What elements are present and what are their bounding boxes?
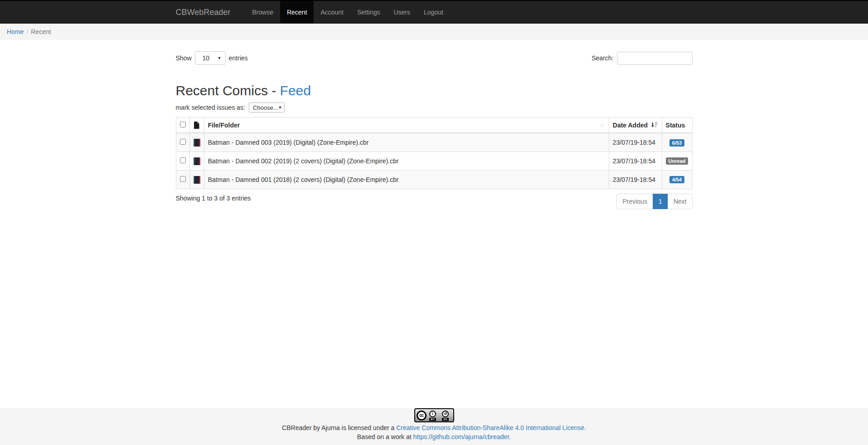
search-label: Search: [592,54,613,62]
file-name[interactable]: Batman - Damned 002 (2019) (2 covers) (D… [204,152,609,171]
entries-per-page-select[interactable]: 10 ▼ [195,51,226,65]
page-title: Recent Comics - Feed [176,83,693,98]
main-nav: Browse Recent Account Settings Users Log… [245,1,450,24]
column-header-status-label: Status [666,122,685,129]
pagination-next-button[interactable]: Next [668,194,693,209]
caret-down-icon: ▼ [278,105,282,110]
file-icon [194,121,199,128]
table-body: Batman - Damned 003 (2019) (Digital) (Zo… [176,133,692,189]
brand-logo[interactable]: CBWebReader [176,1,231,24]
status-badge: 4/54 [669,176,684,183]
column-header-date-label: Date Added [613,122,648,129]
cc-sa-group: ↺ SA [439,411,452,421]
column-header-status[interactable]: Status [662,117,692,133]
footer: cc i BY ↺ SA CBReader by Ajurna is licen… [0,408,868,445]
date-added: 23/07/19-18:54 [609,170,662,189]
status-badge: 6/53 [669,139,684,147]
nav-item-recent[interactable]: Recent [280,1,314,24]
table-length-control: Show 10 ▼ entries [176,51,248,65]
nav-item-browse[interactable]: Browse [245,1,280,24]
cc-license-link[interactable]: Creative Commons Attribution-ShareAlike … [396,424,586,431]
entries-per-page-value: 10 [199,54,210,62]
column-header-date[interactable]: Date Added [609,117,662,133]
breadcrumb: Home/Recent [0,24,868,40]
nav-item-logout[interactable]: Logout [417,1,450,24]
table-info: Showing 1 to 3 of 3 entries [176,189,251,202]
search-input[interactable] [617,52,693,65]
source-line: Based on a work at https://github.com/aj… [0,433,868,440]
page-title-text: Recent Comics - [176,83,280,98]
source-text: Based on a work at [357,433,413,440]
cc-by-icon: i [429,411,436,417]
file-name[interactable]: Batman - Damned 003 (2019) (Digital) (Zo… [204,133,609,152]
table-row: Batman - Damned 002 (2019) (2 covers) (D… [176,152,692,171]
date-added: 23/07/19-18:54 [609,152,662,171]
book-icon [194,139,200,147]
entries-label: entries [229,54,248,62]
feed-link[interactable]: Feed [280,83,311,98]
cc-by-group: i BY [427,411,439,421]
mark-selected-control: mark selected issues as: Choose... ▼ [176,103,693,112]
date-added: 23/07/19-18:54 [609,133,662,152]
sort-desc-icon [651,122,658,128]
cc-sa-icon: ↺ [442,411,449,417]
sort-icon: ↓↑ [600,122,603,128]
row-checkbox[interactable] [180,176,186,182]
pagination: Previous 1 Next [616,194,692,209]
book-icon [194,176,200,184]
breadcrumb-current: Recent [31,28,51,35]
github-link[interactable]: https://github.com/ajurna/cbreader. [413,433,511,440]
select-all-header [176,117,189,133]
cc-sa-label: SA [442,418,448,421]
navbar: CBWebReader Browse Recent Account Settin… [0,1,868,24]
pagination-previous-button[interactable]: Previous [616,194,653,209]
table-row: Batman - Damned 003 (2019) (Digital) (Zo… [176,133,692,152]
nav-item-settings[interactable]: Settings [350,1,387,24]
row-checkbox[interactable] [180,157,186,163]
caret-down-icon: ▼ [218,56,222,60]
mark-selected-label: mark selected issues as: [176,104,245,111]
column-header-file-label: File/Folder [208,122,240,129]
mark-selected-select[interactable]: Choose... ▼ [249,103,285,112]
table-row: Batman - Damned 001 (2018) (2 covers) (D… [176,170,692,189]
file-type-header [189,117,204,133]
license-line: CBReader by Ajurna is licensed under a C… [0,424,868,431]
cc-license-badge[interactable]: cc i BY ↺ SA [414,408,454,422]
row-checkbox[interactable] [180,139,186,145]
file-name[interactable]: Batman - Damned 001 (2018) (2 covers) (D… [204,170,609,189]
breadcrumb-home-link[interactable]: Home [7,28,24,35]
book-icon [194,157,200,165]
column-header-file[interactable]: File/Folder ↓↑ [204,117,609,133]
pagination-page-1-button[interactable]: 1 [653,194,668,209]
status-badge: Unread [666,157,689,165]
recent-comics-table: File/Folder ↓↑ Date Added Status Batman … [176,117,693,189]
table-search-control: Search: [592,52,692,65]
cc-by-label: BY [429,418,436,421]
breadcrumb-separator: / [24,28,31,35]
show-label: Show [176,54,192,62]
select-all-checkbox[interactable] [180,122,186,127]
nav-item-account[interactable]: Account [314,1,350,24]
license-text: CBReader by Ajurna is licensed under a [282,424,396,431]
nav-item-users[interactable]: Users [387,1,417,24]
cc-logo-icon: cc [417,411,427,421]
table-header-row: File/Folder ↓↑ Date Added Status [176,117,692,133]
mark-selected-value: Choose... [253,104,278,111]
